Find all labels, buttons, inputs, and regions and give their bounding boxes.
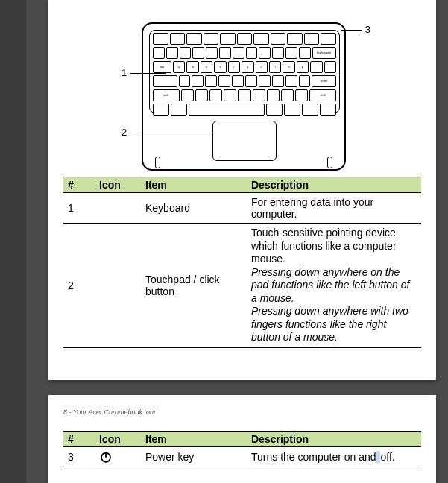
key	[192, 75, 204, 87]
key	[299, 75, 311, 87]
key	[302, 104, 318, 116]
key	[153, 75, 177, 87]
header-desc: Description	[247, 432, 421, 447]
cell-item: Power key	[141, 447, 247, 467]
key-i: i	[269, 61, 281, 73]
key	[195, 89, 208, 101]
key	[285, 47, 297, 59]
key	[267, 89, 280, 101]
key	[245, 75, 257, 87]
key	[320, 104, 336, 116]
key	[153, 104, 169, 116]
key	[324, 61, 336, 73]
key	[310, 61, 322, 73]
key	[237, 33, 253, 45]
key	[272, 47, 284, 59]
key	[209, 89, 222, 101]
key	[304, 33, 320, 45]
table-header-row: # Icon Item Description	[63, 432, 421, 447]
header-icon: Icon	[95, 432, 141, 447]
keyboard-area: backspace tab q w e r t y u i o p	[149, 30, 340, 113]
header-num: #	[63, 432, 95, 447]
backspace-key: backspace	[312, 47, 336, 59]
table-row: 2 Touchpad / click button Touch-sensitiv…	[63, 224, 421, 348]
header-item: Item	[141, 432, 247, 447]
key	[179, 75, 191, 87]
key	[299, 47, 311, 59]
key	[259, 75, 271, 87]
document-page-1: backspace tab q w e r t y u i o p	[48, 0, 436, 380]
key	[153, 33, 168, 45]
touchpad	[212, 121, 277, 161]
key	[220, 33, 236, 45]
cell-item: Keyboard	[141, 193, 247, 224]
key	[166, 47, 178, 59]
viewer-sidebar	[0, 0, 26, 483]
key	[232, 75, 244, 87]
key	[266, 104, 283, 116]
key	[219, 47, 231, 59]
key	[285, 75, 297, 87]
key	[253, 33, 269, 45]
key	[321, 33, 336, 45]
key-u: u	[256, 61, 268, 73]
parts-table-1: # Icon Item Description 1 Keyboard For e…	[63, 177, 421, 348]
key	[271, 33, 286, 45]
key-e: e	[201, 61, 212, 73]
key	[170, 33, 186, 45]
key-y: y	[242, 61, 253, 73]
key	[253, 89, 265, 101]
parts-table-2: # Icon Item Description 3 Power key Turn…	[63, 431, 421, 467]
key	[287, 33, 303, 45]
callout-label-1: 1	[122, 67, 127, 78]
key-q: q	[173, 61, 185, 73]
callout-label-2: 2	[122, 127, 127, 138]
callout-line	[130, 73, 166, 74]
speaker-grill-left	[155, 157, 160, 168]
cell-icon	[95, 224, 141, 348]
space-key	[189, 104, 265, 116]
header-icon: Icon	[95, 177, 141, 193]
callout-line	[130, 133, 212, 133]
key	[238, 89, 250, 101]
desc-paragraph: Pressing down anywhere with two fingers …	[251, 305, 408, 343]
cell-icon	[95, 447, 141, 467]
key	[218, 75, 230, 87]
table-row: 1 Keyboard For entering data into your c…	[63, 193, 421, 224]
cell-item: Touchpad / click button	[141, 224, 247, 348]
header-desc: Description	[247, 177, 421, 193]
key	[281, 89, 294, 101]
desc-text: Turns the computer on and	[251, 451, 376, 463]
callout-label-3: 3	[365, 24, 370, 35]
desc-paragraph: Touch-sensitive pointing device which fu…	[251, 227, 397, 265]
page-header: 8 - Your Acer Chromebook tour	[48, 395, 436, 422]
cell-icon	[95, 193, 141, 224]
cell-desc: Touch-sensitive pointing device which fu…	[247, 224, 421, 348]
desc-text: off.	[380, 451, 394, 463]
key	[171, 104, 187, 116]
callout-line	[341, 30, 362, 31]
key	[205, 75, 217, 87]
key	[284, 104, 300, 116]
shift-key: shift	[153, 89, 180, 101]
key	[233, 47, 244, 59]
header-item: Item	[141, 177, 247, 193]
enter-key: enter	[312, 75, 336, 87]
keyboard-diagram: backspace tab q w e r t y u i o p	[130, 7, 354, 168]
cell-num: 1	[63, 193, 95, 224]
speaker-grill-right	[327, 157, 332, 168]
key	[224, 89, 236, 101]
key-r: r	[214, 61, 226, 73]
key	[181, 89, 194, 101]
cell-desc: For entering data into your computer.	[247, 193, 421, 224]
cell-num: 3	[63, 447, 95, 467]
key	[204, 33, 219, 45]
document-page-2: 8 - Your Acer Chromebook tour # Icon Ite…	[48, 395, 436, 483]
power-icon	[99, 450, 113, 464]
key	[186, 33, 202, 45]
key	[259, 47, 271, 59]
table-row: 3 Power key Turns the computer on and of…	[63, 447, 421, 467]
key-t: t	[228, 61, 240, 73]
key-w: w	[186, 61, 198, 73]
header-num: #	[63, 177, 95, 193]
